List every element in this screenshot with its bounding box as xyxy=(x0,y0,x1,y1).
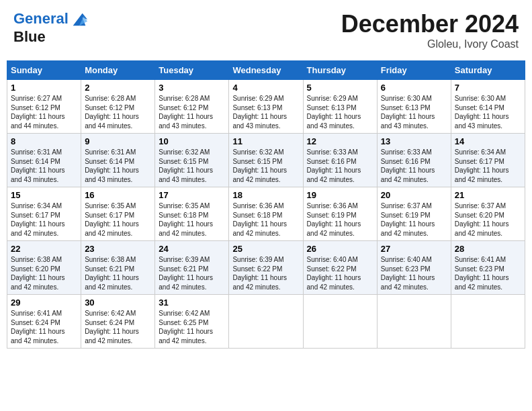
calendar-day-cell: 31 Sunrise: 6:42 AM Sunset: 6:25 PM Dayl… xyxy=(155,295,229,349)
day-info: Sunrise: 6:41 AM Sunset: 6:23 PM Dayligh… xyxy=(455,255,521,291)
day-info: Sunrise: 6:33 AM Sunset: 6:16 PM Dayligh… xyxy=(381,148,447,184)
day-info: Sunrise: 6:37 AM Sunset: 6:20 PM Dayligh… xyxy=(455,201,521,238)
page-header: GeneralBlue December 2024 Gloleu, Ivory … xyxy=(7,7,525,54)
day-info: Sunrise: 6:30 AM Sunset: 6:14 PM Dayligh… xyxy=(455,94,521,130)
day-number: 14 xyxy=(455,136,521,146)
day-of-week-header: Wednesday xyxy=(229,61,303,80)
day-info: Sunrise: 6:40 AM Sunset: 6:23 PM Dayligh… xyxy=(381,255,447,291)
day-of-week-header: Sunday xyxy=(7,61,81,80)
day-number: 19 xyxy=(307,190,373,200)
calendar-week-row: 22 Sunrise: 6:38 AM Sunset: 6:20 PM Dayl… xyxy=(7,241,525,295)
calendar-week-row: 8 Sunrise: 6:31 AM Sunset: 6:14 PM Dayli… xyxy=(7,134,525,187)
calendar-day-cell: 25 Sunrise: 6:39 AM Sunset: 6:22 PM Dayl… xyxy=(229,241,303,295)
calendar-day-cell: 9 Sunrise: 6:31 AM Sunset: 6:14 PM Dayli… xyxy=(81,134,155,187)
day-info: Sunrise: 6:35 AM Sunset: 6:17 PM Dayligh… xyxy=(85,201,151,238)
day-of-week-header: Saturday xyxy=(451,61,525,80)
calendar-week-row: 1 Sunrise: 6:27 AM Sunset: 6:12 PM Dayli… xyxy=(7,80,525,134)
day-number: 2 xyxy=(85,83,151,93)
calendar-day-cell: 11 Sunrise: 6:32 AM Sunset: 6:15 PM Dayl… xyxy=(229,134,303,187)
day-number: 24 xyxy=(159,244,225,254)
day-info: Sunrise: 6:38 AM Sunset: 6:21 PM Dayligh… xyxy=(85,255,151,291)
day-number: 10 xyxy=(159,136,225,146)
day-number: 21 xyxy=(455,190,521,200)
calendar-day-cell: 13 Sunrise: 6:33 AM Sunset: 6:16 PM Dayl… xyxy=(377,134,451,187)
calendar-day-cell: 20 Sunrise: 6:37 AM Sunset: 6:19 PM Dayl… xyxy=(377,187,451,241)
day-info: Sunrise: 6:29 AM Sunset: 6:13 PM Dayligh… xyxy=(232,94,299,130)
day-number: 30 xyxy=(85,298,151,308)
calendar-day-cell: 16 Sunrise: 6:35 AM Sunset: 6:17 PM Dayl… xyxy=(81,187,155,241)
calendar-day-cell xyxy=(377,295,451,349)
calendar-day-cell: 6 Sunrise: 6:30 AM Sunset: 6:13 PM Dayli… xyxy=(377,80,451,134)
day-info: Sunrise: 6:36 AM Sunset: 6:19 PM Dayligh… xyxy=(307,201,373,238)
day-number: 22 xyxy=(11,244,77,254)
day-number: 16 xyxy=(85,190,151,200)
day-info: Sunrise: 6:42 AM Sunset: 6:24 PM Dayligh… xyxy=(85,309,151,345)
calendar-day-cell: 7 Sunrise: 6:30 AM Sunset: 6:14 PM Dayli… xyxy=(451,80,525,134)
calendar-day-cell: 18 Sunrise: 6:36 AM Sunset: 6:18 PM Dayl… xyxy=(229,187,303,241)
calendar-day-cell: 5 Sunrise: 6:29 AM Sunset: 6:13 PM Dayli… xyxy=(303,80,377,134)
day-number: 12 xyxy=(307,136,373,146)
calendar-day-cell: 8 Sunrise: 6:31 AM Sunset: 6:14 PM Dayli… xyxy=(7,134,81,187)
day-info: Sunrise: 6:30 AM Sunset: 6:13 PM Dayligh… xyxy=(381,94,447,130)
day-number: 6 xyxy=(381,83,447,93)
calendar-week-row: 29 Sunrise: 6:41 AM Sunset: 6:24 PM Dayl… xyxy=(7,295,525,349)
logo-icon xyxy=(70,10,89,29)
day-number: 27 xyxy=(381,244,447,254)
day-number: 7 xyxy=(455,83,521,93)
day-info: Sunrise: 6:37 AM Sunset: 6:19 PM Dayligh… xyxy=(381,201,447,238)
calendar-day-cell: 23 Sunrise: 6:38 AM Sunset: 6:21 PM Dayl… xyxy=(81,241,155,295)
calendar-day-cell: 12 Sunrise: 6:33 AM Sunset: 6:16 PM Dayl… xyxy=(303,134,377,187)
logo-text: GeneralBlue xyxy=(13,10,89,45)
logo: GeneralBlue xyxy=(13,10,89,45)
day-number: 1 xyxy=(11,83,77,93)
day-number: 13 xyxy=(381,136,447,146)
calendar-day-cell: 15 Sunrise: 6:34 AM Sunset: 6:17 PM Dayl… xyxy=(7,187,81,241)
calendar-day-cell: 30 Sunrise: 6:42 AM Sunset: 6:24 PM Dayl… xyxy=(81,295,155,349)
calendar-day-cell xyxy=(303,295,377,349)
day-info: Sunrise: 6:32 AM Sunset: 6:15 PM Dayligh… xyxy=(159,148,225,184)
day-info: Sunrise: 6:28 AM Sunset: 6:12 PM Dayligh… xyxy=(159,94,225,130)
day-info: Sunrise: 6:35 AM Sunset: 6:18 PM Dayligh… xyxy=(159,201,225,238)
calendar-day-cell: 10 Sunrise: 6:32 AM Sunset: 6:15 PM Dayl… xyxy=(155,134,229,187)
day-info: Sunrise: 6:40 AM Sunset: 6:22 PM Dayligh… xyxy=(307,255,373,291)
location-subtitle: Gloleu, Ivory Coast xyxy=(341,38,519,50)
day-info: Sunrise: 6:42 AM Sunset: 6:25 PM Dayligh… xyxy=(159,309,225,345)
calendar-day-cell: 21 Sunrise: 6:37 AM Sunset: 6:20 PM Dayl… xyxy=(451,187,525,241)
calendar-day-cell: 2 Sunrise: 6:28 AM Sunset: 6:12 PM Dayli… xyxy=(81,80,155,134)
day-number: 11 xyxy=(232,136,299,146)
day-info: Sunrise: 6:27 AM Sunset: 6:12 PM Dayligh… xyxy=(11,94,77,130)
day-info: Sunrise: 6:31 AM Sunset: 6:14 PM Dayligh… xyxy=(85,148,151,184)
calendar-header-row: SundayMondayTuesdayWednesdayThursdayFrid… xyxy=(7,61,525,80)
day-of-week-header: Tuesday xyxy=(155,61,229,80)
day-number: 26 xyxy=(307,244,373,254)
calendar-day-cell xyxy=(229,295,303,349)
day-of-week-header: Monday xyxy=(81,61,155,80)
month-title: December 2024 xyxy=(341,10,519,38)
day-info: Sunrise: 6:31 AM Sunset: 6:14 PM Dayligh… xyxy=(11,148,77,184)
calendar-day-cell: 29 Sunrise: 6:41 AM Sunset: 6:24 PM Dayl… xyxy=(7,295,81,349)
calendar-day-cell: 22 Sunrise: 6:38 AM Sunset: 6:20 PM Dayl… xyxy=(7,241,81,295)
day-number: 23 xyxy=(85,244,151,254)
calendar-day-cell: 27 Sunrise: 6:40 AM Sunset: 6:23 PM Dayl… xyxy=(377,241,451,295)
day-info: Sunrise: 6:39 AM Sunset: 6:22 PM Dayligh… xyxy=(232,255,299,291)
day-number: 28 xyxy=(455,244,521,254)
day-number: 20 xyxy=(381,190,447,200)
day-info: Sunrise: 6:38 AM Sunset: 6:20 PM Dayligh… xyxy=(11,255,77,291)
day-info: Sunrise: 6:36 AM Sunset: 6:18 PM Dayligh… xyxy=(232,201,299,238)
day-number: 29 xyxy=(11,298,77,308)
calendar-week-row: 15 Sunrise: 6:34 AM Sunset: 6:17 PM Dayl… xyxy=(7,187,525,241)
day-number: 25 xyxy=(232,244,299,254)
day-info: Sunrise: 6:33 AM Sunset: 6:16 PM Dayligh… xyxy=(307,148,373,184)
day-info: Sunrise: 6:32 AM Sunset: 6:15 PM Dayligh… xyxy=(232,148,299,184)
calendar-day-cell: 28 Sunrise: 6:41 AM Sunset: 6:23 PM Dayl… xyxy=(451,241,525,295)
day-info: Sunrise: 6:39 AM Sunset: 6:21 PM Dayligh… xyxy=(159,255,225,291)
title-block: December 2024 Gloleu, Ivory Coast xyxy=(341,10,519,50)
day-info: Sunrise: 6:29 AM Sunset: 6:13 PM Dayligh… xyxy=(307,94,373,130)
calendar-day-cell: 24 Sunrise: 6:39 AM Sunset: 6:21 PM Dayl… xyxy=(155,241,229,295)
day-info: Sunrise: 6:28 AM Sunset: 6:12 PM Dayligh… xyxy=(85,94,151,130)
day-of-week-header: Friday xyxy=(377,61,451,80)
calendar-day-cell xyxy=(451,295,525,349)
calendar-day-cell: 14 Sunrise: 6:34 AM Sunset: 6:17 PM Dayl… xyxy=(451,134,525,187)
day-number: 17 xyxy=(159,190,225,200)
day-number: 9 xyxy=(85,136,151,146)
